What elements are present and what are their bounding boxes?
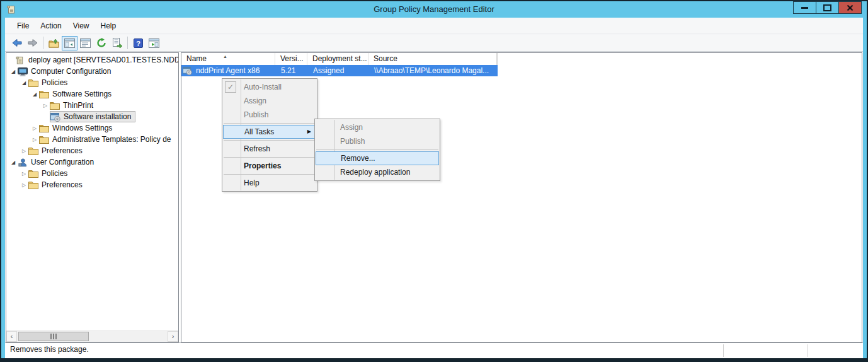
tree-expander-icon[interactable]: ▷: [30, 126, 39, 131]
refresh-button[interactable]: [93, 36, 109, 50]
scrollbar-grip-icon: [55, 334, 57, 339]
column-header-name[interactable]: Name ▲: [181, 53, 275, 65]
help-button[interactable]: ?: [130, 36, 146, 50]
menu-item-label: Assign: [244, 96, 266, 105]
menu-item-label: Help: [244, 178, 260, 187]
menu-item-label: Remove...: [341, 154, 375, 163]
tree-expander-icon[interactable]: ▷: [20, 182, 28, 188]
menu-item-refresh[interactable]: Refresh: [222, 142, 317, 156]
menu-item-help[interactable]: Help: [222, 176, 317, 190]
user-icon: [18, 158, 29, 167]
tree-expander-icon[interactable]: ◢: [30, 91, 39, 97]
menu-bar: File Action View Help: [5, 18, 863, 34]
statusbar-divider: [808, 344, 808, 357]
computer-icon: [18, 67, 29, 76]
properties-window-icon: [80, 38, 91, 48]
tree-expander-icon[interactable]: ▷: [20, 171, 28, 177]
tree-expander-icon[interactable]: ▷: [41, 103, 50, 108]
forward-button[interactable]: [25, 36, 40, 50]
folder-icon: [28, 180, 40, 189]
tree-item-user-configuration[interactable]: ◢ User Configuration: [6, 156, 178, 168]
tree-item-preferences-computer[interactable]: ▷ Preferences: [6, 145, 178, 156]
scrollbar-grip-icon: [53, 334, 54, 339]
column-header-version[interactable]: Versi...: [275, 53, 307, 65]
tree-item-policies-user[interactable]: ▷ Policies: [6, 168, 178, 179]
menu-item-label: All Tasks: [244, 127, 274, 136]
toolbar-separator: [43, 37, 43, 49]
maximize-icon: [823, 4, 831, 11]
toolbar: ?: [5, 35, 863, 52]
scroll-right-button[interactable]: ›: [168, 331, 178, 342]
column-header-source[interactable]: Source: [368, 53, 497, 65]
properties-window-button[interactable]: [77, 36, 93, 50]
show-action-pane-button[interactable]: [146, 36, 162, 50]
sort-ascending-icon: ▲: [223, 53, 227, 62]
menu-item-label: Properties: [244, 161, 281, 170]
list-row-nddprint-agent[interactable]: nddPrint Agent x86 5.21 Assigned \\Abraa…: [181, 65, 498, 76]
show-action-pane-icon: [149, 38, 159, 48]
menu-item-label: Publish: [244, 110, 268, 119]
console-tree-pane: deploy agent [SERVTESAD01.TESTES.NDDIGIT…: [6, 52, 179, 342]
tree-expander-icon[interactable]: ▷: [20, 148, 28, 154]
minimize-button[interactable]: [793, 1, 816, 14]
status-bar: Removes this package.: [5, 342, 863, 358]
tree-item-label: deploy agent [SERVTESAD01.TESTES.NDDIGIT…: [26, 55, 178, 64]
tree-item-software-installation[interactable]: Software installation: [6, 111, 178, 122]
menu-separator: [224, 174, 316, 175]
svg-text:?: ?: [136, 39, 140, 47]
scroll-left-button[interactable]: ‹: [6, 331, 17, 342]
toolbar-separator: [127, 37, 128, 49]
menu-help[interactable]: Help: [95, 20, 122, 32]
tree-selection: Software installation: [50, 111, 135, 122]
column-header-label: Deployment st...: [312, 54, 367, 63]
column-header-deployment[interactable]: Deployment st...: [307, 53, 368, 65]
statusbar-divider: [723, 344, 724, 357]
export-list-button[interactable]: [109, 36, 125, 50]
menu-item-all-tasks[interactable]: All Tasks ▶: [223, 125, 316, 139]
menu-file[interactable]: File: [11, 20, 35, 32]
maximize-button[interactable]: [816, 1, 839, 14]
tree-item-windows-settings[interactable]: ▷ Windows Settings: [6, 122, 178, 134]
menu-item-auto-install: ✓ Auto-Install: [222, 80, 317, 94]
menu-action[interactable]: Action: [35, 20, 67, 32]
tree-horizontal-scrollbar[interactable]: ‹ ›: [6, 330, 178, 342]
cell-version: 5.21: [276, 65, 308, 76]
folder-icon: [28, 169, 40, 178]
up-one-level-button[interactable]: [46, 36, 62, 50]
menu-item-label-wrap: All Tasks ▶: [224, 126, 316, 138]
tree-item-deploy-agent[interactable]: deploy agent [SERVTESAD01.TESTES.NDDIGIT…: [6, 54, 178, 66]
tree-expander-icon[interactable]: ▷: [30, 137, 39, 143]
menu-item-label: Redeploy application: [340, 168, 410, 177]
cell-deployment-state: Assigned: [308, 65, 369, 76]
close-button[interactable]: [838, 1, 862, 14]
content-area: deploy agent [SERVTESAD01.TESTES.NDDIGIT…: [5, 52, 863, 343]
tree-expander-icon[interactable]: ◢: [9, 160, 18, 165]
back-arrow-icon: [12, 38, 22, 47]
column-header-label: Name: [186, 54, 207, 63]
back-button[interactable]: [9, 36, 25, 50]
tree-item-label: Windows Settings: [50, 124, 114, 132]
submenu-item-remove[interactable]: Remove...: [316, 151, 439, 165]
window-frame: Group Policy Management Editor File Acti…: [0, 0, 868, 362]
tree-item-computer-configuration[interactable]: ◢ Computer Configuration: [6, 66, 178, 77]
folder-icon: [39, 135, 50, 144]
tree-expander-icon[interactable]: ◢: [9, 69, 18, 74]
menu-item-properties[interactable]: Properties: [222, 159, 317, 173]
tree-item-administrative-templates[interactable]: ▷ Administrative Templates: Policy de: [6, 134, 178, 145]
scrollbar-thumb[interactable]: [18, 332, 89, 341]
menu-view[interactable]: View: [67, 20, 95, 32]
cell-source: \\Abraao\TEMP\Leonardo Magal...: [369, 65, 498, 76]
tree-item-software-settings[interactable]: ◢ Software Settings: [6, 88, 178, 100]
list-header: Name ▲ Versi... Deployment st... Source: [181, 53, 498, 66]
tree-item-thinprint[interactable]: ▷ ThinPrint: [6, 100, 178, 111]
tree-item-policies[interactable]: ◢ Policies: [6, 77, 178, 88]
menu-item-label: Auto-Install: [244, 83, 282, 91]
submenu-item-redeploy-application[interactable]: Redeploy application: [315, 165, 440, 179]
show-console-tree-button[interactable]: [62, 36, 77, 50]
tree-expander-icon[interactable]: ◢: [20, 80, 28, 86]
tree-item-preferences-user[interactable]: ▷ Preferences: [6, 179, 178, 190]
tree-item-label: Preferences: [40, 180, 84, 189]
status-text: Removes this package.: [10, 345, 89, 354]
menu-item-label: Refresh: [244, 144, 270, 153]
client-area: File Action View Help: [5, 18, 863, 358]
